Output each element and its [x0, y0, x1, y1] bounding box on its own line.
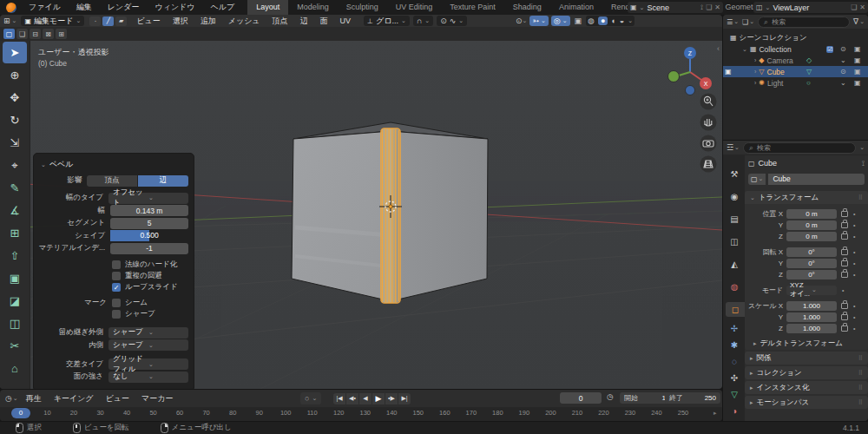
workspace-tab[interactable]: Animation — [550, 0, 602, 15]
panel-モーションパス[interactable]: ▸モーションパス⠿ — [745, 396, 868, 409]
jump-start-button[interactable]: |◀ — [333, 393, 345, 404]
viewport-menu-ビュー[interactable]: ビュー — [130, 15, 166, 27]
proportional-edit-controls[interactable]: ⊙∿⌄ — [437, 16, 467, 26]
viewport-menu-面[interactable]: 面 — [314, 15, 334, 27]
camera-icon[interactable]: ▣ — [854, 56, 861, 64]
transform-value-field[interactable]: 1.000 — [786, 312, 837, 322]
properties-tab-modifiers[interactable]: ✢ — [725, 321, 744, 336]
outliner-search-input[interactable]: ⌕検索 — [758, 16, 850, 28]
properties-tab-particles[interactable]: ✱ — [725, 338, 744, 352]
workspace-tab[interactable]: UV Editing — [387, 0, 442, 15]
menu-編集[interactable]: 編集 — [69, 0, 100, 15]
viewport-menu-メッシュ[interactable]: メッシュ — [222, 15, 266, 27]
select-mode-subtract-button[interactable]: ⊟ — [30, 29, 41, 39]
intersection-type-dropdown[interactable]: グリッドフィル⌄ — [108, 358, 188, 370]
transform-value-field[interactable]: 0° — [786, 247, 837, 257]
mode-dropdown[interactable]: ▣ 編集モード ⌄ — [21, 16, 84, 26]
properties-search-input[interactable]: ⌕検索 — [743, 142, 856, 154]
properties-tab-data[interactable]: ▽ — [725, 387, 744, 402]
close-icon[interactable]: ✕ — [714, 3, 720, 11]
panel-collapse-icon[interactable]: ⌄ — [41, 161, 46, 168]
xray-toggle[interactable]: ▣ — [575, 16, 582, 25]
tool-loop-cut[interactable]: ◫ — [3, 312, 27, 334]
edge-select-button[interactable]: ╱ — [102, 16, 114, 26]
lock-icon[interactable] — [841, 222, 848, 228]
width-field[interactable]: 0.143 m — [110, 205, 188, 216]
select-mode-intersect-button[interactable]: ⊞ — [56, 29, 67, 39]
animate-dot-icon[interactable]: • — [853, 260, 855, 266]
tool-measure[interactable]: ∡ — [3, 200, 27, 221]
current-frame-field[interactable]: 0 — [560, 392, 602, 404]
shading-rendered-button[interactable]: ◒ — [620, 16, 624, 25]
properties-options-chevron[interactable]: ⌄ — [859, 144, 865, 151]
tool-transform[interactable]: ⌖ — [3, 155, 27, 176]
mark-seam-checkbox[interactable] — [112, 299, 121, 307]
tool-inset-faces[interactable]: ▣ — [3, 267, 27, 289]
tool-bevel[interactable]: ◪ — [3, 290, 27, 312]
timeline-menu-キーイング[interactable]: キーイング — [48, 393, 100, 404]
viewport-menu-選択[interactable]: 選択 — [167, 15, 194, 27]
expand-chevron-icon[interactable]: › — [754, 69, 756, 75]
viewport-menu-追加[interactable]: 追加 — [194, 15, 222, 27]
lock-icon[interactable] — [841, 260, 848, 266]
shading-material-button[interactable]: ◐ — [611, 16, 615, 25]
outliner-row-Collection[interactable]: ⌄▦Collection☑⊙▣ — [723, 43, 868, 55]
outliner-row-Camera[interactable]: ›◆Camera◇⌄▣ — [723, 55, 868, 66]
camera-icon[interactable]: ▣ — [854, 45, 861, 53]
camera-icon[interactable]: ▣ — [854, 79, 861, 87]
jump-end-button[interactable]: ▶| — [398, 393, 411, 404]
tool-extrude-region[interactable]: ⇧ — [3, 245, 27, 266]
tool-move[interactable]: ✥ — [3, 87, 27, 108]
eye-icon[interactable]: ⊙ — [840, 68, 846, 76]
timeline-menu-再生[interactable]: 再生 — [20, 393, 48, 404]
workspace-tab[interactable]: Layout — [247, 0, 288, 15]
lock-icon[interactable] — [841, 249, 848, 255]
properties-tab-tool[interactable]: ⚒ — [725, 167, 744, 181]
lock-icon[interactable] — [841, 272, 848, 278]
animate-dot-icon[interactable]: • — [853, 326, 855, 332]
properties-tab-physics[interactable]: ◌ — [725, 354, 744, 369]
shading-wireframe-button[interactable]: ◍ — [588, 16, 595, 25]
subpanel-delta-transform[interactable]: ▸デルタトランスフォーム — [745, 338, 868, 350]
orientation-dropdown[interactable]: ⊥ グロ...⌄ — [364, 16, 410, 26]
prev-keyframe-button[interactable]: ◀• — [346, 393, 358, 404]
transform-value-field[interactable]: 1.000 — [786, 301, 837, 311]
miter-inner-dropdown[interactable]: シャープ⌄ — [108, 339, 188, 351]
viewlayer-selector[interactable]: ◫⌄ ViewLayer ❏ ✕ — [753, 2, 868, 13]
lock-icon[interactable] — [841, 233, 848, 240]
animate-dot-icon[interactable]: • — [853, 233, 855, 240]
animate-dot-icon[interactable]: • — [842, 287, 844, 293]
properties-tab-constraints[interactable]: ✣ — [725, 371, 744, 385]
viewport-3d[interactable]: Z X ‹ ユーザー・透視投影 (0) Cube ➤ — [0, 41, 722, 389]
lock-icon[interactable] — [841, 211, 848, 217]
display-mode-dropdown[interactable]: ☰⌄ — [727, 18, 739, 26]
properties-tab-object[interactable]: ◻ — [726, 302, 745, 317]
mark-sharp-checkbox[interactable] — [112, 310, 121, 319]
transform-value-field[interactable]: 0 m — [786, 209, 837, 219]
end-frame-field[interactable]: 終了250 — [665, 392, 720, 404]
overlays-toggle[interactable]: ◎⌄ — [551, 16, 570, 26]
menu-レンダー[interactable]: レンダー — [100, 0, 148, 15]
tool-annotate[interactable]: ✎ — [3, 177, 27, 199]
shading-options-chevron[interactable]: ⌄ — [628, 17, 633, 24]
viewport-nav-buttons[interactable] — [700, 94, 717, 173]
animate-dot-icon[interactable]: • — [853, 303, 855, 309]
tool-cursor[interactable]: ⊕ — [3, 64, 27, 86]
current-frame-indicator[interactable]: 0 — [11, 408, 30, 418]
transform-panel-header[interactable]: ⌄トランスフォーム⠿ — [745, 191, 868, 204]
auto-keying-controls[interactable]: ○⌄ — [300, 392, 321, 404]
transform-value-field[interactable]: 1.000 — [786, 324, 837, 333]
snap-dropdown[interactable]: ∩⌄ — [413, 16, 433, 26]
tool-tweak-select[interactable]: ➤ — [3, 42, 27, 63]
copy-icon[interactable]: ❏ — [706, 3, 712, 11]
filter-button[interactable]: ∇⌄ — [853, 17, 865, 26]
gizmos-toggle[interactable]: ➳⌄ — [529, 16, 548, 26]
harden-normals-checkbox[interactable] — [112, 260, 121, 269]
close-icon[interactable]: ✕ — [859, 3, 865, 11]
collapse-chevron-icon[interactable]: ⌄ — [742, 46, 747, 53]
breadcrumb[interactable]: Cube — [759, 159, 778, 168]
menu-ヘルプ[interactable]: ヘルプ — [203, 0, 243, 15]
properties-tab-world[interactable]: ◍ — [725, 279, 744, 294]
play-button[interactable]: ▶ — [372, 393, 385, 404]
animate-dot-icon[interactable]: • — [853, 222, 855, 228]
